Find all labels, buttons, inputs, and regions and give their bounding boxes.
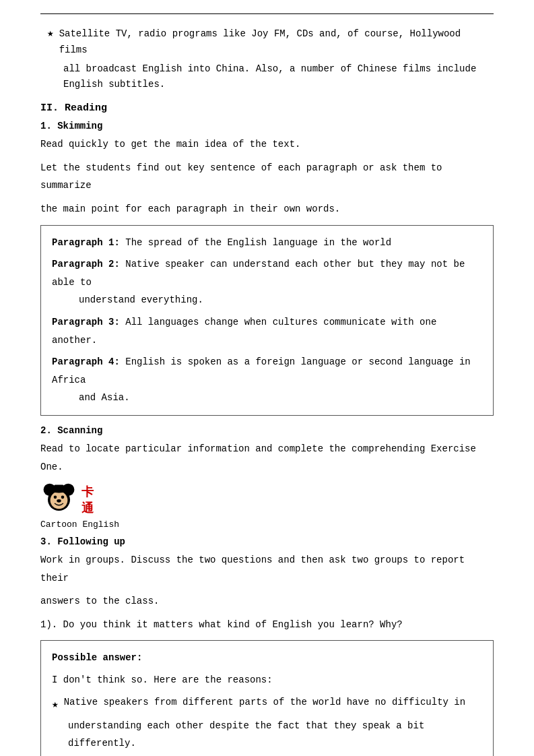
cartoon-images: 卡 通 — [40, 481, 99, 518]
possible-star1-text1: Native speakers from different parts of … — [64, 695, 466, 711]
svg-point-6 — [57, 499, 61, 503]
para4-label: Paragraph 4: — [52, 356, 120, 367]
svg-rect-8 — [54, 485, 64, 491]
para4-text2: and Asia. — [52, 389, 482, 407]
bullet-indent-line3: English subtitles. — [47, 77, 494, 93]
paragraph-1-line: Paragraph 1: The spread of the English l… — [52, 234, 482, 252]
para3-label: Paragraph 3: — [52, 317, 120, 327]
top-divider — [40, 13, 494, 14]
scanning-body: Read to locate particular information an… — [40, 440, 494, 476]
possible-star1-icon: ★ — [52, 696, 59, 714]
mickey-mouse-icon — [40, 481, 77, 518]
possible-star1-text2: understanding each other despite the fac… — [52, 717, 482, 753]
possible-star1-line: ★ Native speakers from different parts o… — [52, 695, 482, 714]
subsection-skimming-heading: 1. Skimming — [40, 121, 494, 131]
para1-label: Paragraph 1: — [52, 237, 120, 248]
paragraph-box: Paragraph 1: The spread of the English l… — [40, 225, 494, 416]
skimming-body1: Read quickly to get the main idea of the… — [40, 135, 494, 154]
section-II-heading: II. Reading — [40, 102, 494, 114]
possible-answer-box: Possible answer: I don't think so. Here … — [40, 640, 494, 756]
cartoon-english-wrapper: 卡 通 Cartoon English — [40, 481, 494, 530]
skimming-body3: the main point for each paragraph in the… — [40, 200, 494, 218]
para2-text2: understand everything. — [52, 291, 482, 309]
chinese-bottom: 通 — [81, 500, 95, 516]
bullet-line: ★ Satellite TV, radio programs like Joy … — [47, 26, 494, 59]
paragraph-2-line: Paragraph 2: Native speaker can understa… — [52, 255, 482, 309]
star-icon: ★ — [47, 26, 54, 40]
chinese-top: 卡 — [81, 484, 95, 500]
subsection-followingup-heading: 3. Following up — [40, 536, 494, 547]
svg-point-4 — [54, 496, 57, 499]
para1-text: The spread of the English language in th… — [120, 237, 391, 248]
paragraph-3-line: Paragraph 3: All languages change when c… — [52, 313, 482, 349]
followingup-body1: Work in groups. Discuss the two question… — [40, 551, 494, 587]
subsection-scanning-heading: 2. Scanning — [40, 425, 494, 436]
cartoon-english-label: Cartoon English — [40, 519, 119, 530]
bullet-indent-line2: all broadcast English into China. Also, … — [47, 61, 494, 77]
skimming-body2: Let the students find out key sentence o… — [40, 159, 494, 195]
followingup-body2: answers to the class. — [40, 592, 494, 610]
bullet-section: ★ Satellite TV, radio programs like Joy … — [40, 26, 494, 93]
possible-line1: I don't think so. Here are the reasons: — [52, 671, 482, 689]
svg-point-5 — [61, 496, 65, 499]
possible-heading: Possible answer: — [52, 649, 482, 667]
bullet-text-line1: Satellite TV, radio programs like Joy FM… — [59, 26, 494, 59]
question1: 1). Do you think it matters what kind of… — [40, 616, 494, 634]
chinese-text-block: 卡 通 — [81, 484, 95, 516]
para2-label: Paragraph 2: — [52, 259, 120, 270]
paragraph-4-line: Paragraph 4: English is spoken as a fore… — [52, 353, 482, 407]
